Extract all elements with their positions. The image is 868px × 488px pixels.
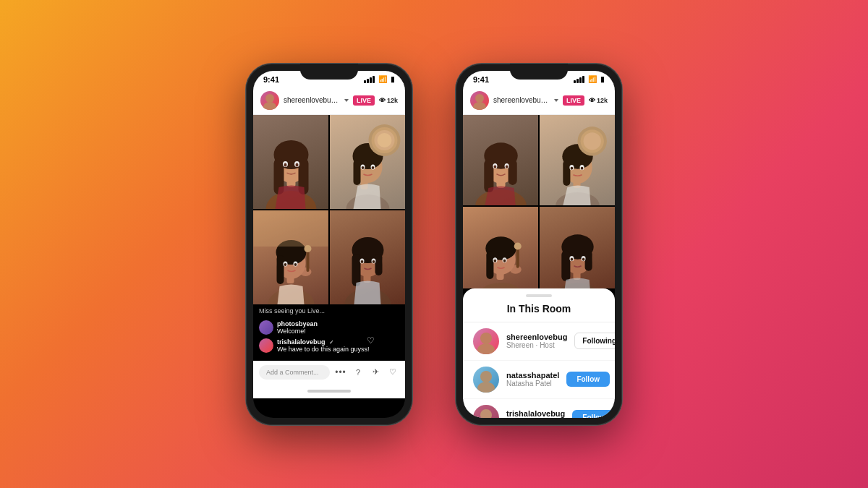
comment-row-1: photosbyean Welcome! [259, 320, 399, 335]
room-fullname-0: Shereen · Host [506, 341, 567, 349]
svg-rect-31 [307, 250, 310, 272]
comment-avatar-1 [259, 320, 273, 335]
wifi-icon-right: 📶 [588, 75, 597, 83]
battery-icon-right: ▮ [600, 75, 605, 83]
svg-point-97 [477, 382, 495, 393]
svg-rect-76 [486, 251, 493, 278]
svg-point-94 [480, 333, 492, 344]
comment-row-2: trishalalovebug ✓ We have to do this aga… [259, 338, 399, 353]
following-button-0[interactable]: Following [574, 333, 615, 349]
phone-screen-right: 9:41 📶 ▮ shereenlovebug, n... [463, 71, 615, 418]
right-phone: 9:41 📶 ▮ shereenlovebug, n... [456, 64, 622, 425]
chevron-down-icon-right [554, 99, 558, 102]
room-user-row-2: trishalalovebug Trishala Sikka Follow [463, 399, 615, 418]
in-this-room-sheet: In This Room shereenlovebug Shereen · Ho… [463, 288, 615, 418]
svg-point-24 [372, 166, 375, 169]
video-grid-right [463, 115, 615, 288]
home-indicator-left [253, 384, 405, 398]
comment-avatar-2 [259, 338, 273, 353]
svg-rect-88 [561, 250, 570, 281]
svg-rect-78 [516, 247, 519, 267]
live-header-right: shereenlovebug, n... LIVE 👁 12k [463, 87, 615, 115]
host-avatar-left [260, 91, 279, 110]
svg-point-82 [494, 259, 497, 262]
live-header-left: shereenlovebug, n... LIVE 👁 12k [253, 87, 405, 115]
svg-point-0 [265, 94, 274, 103]
question-icon[interactable]: ? [352, 366, 365, 379]
eye-icon: 👁 [379, 97, 386, 104]
svg-point-46 [361, 260, 364, 263]
room-username-2: trishalalovebug [506, 409, 565, 418]
svg-point-92 [571, 257, 574, 260]
viewer-count-right: 👁 12k [589, 97, 608, 104]
host-username-left: shereenlovebug, n... [284, 96, 340, 104]
video-grid-left [253, 115, 405, 304]
room-avatar-2 [473, 405, 499, 418]
miss-seeing-label: Miss seeing you Live... [253, 304, 405, 316]
svg-point-93 [582, 257, 585, 260]
svg-point-20 [378, 133, 392, 147]
svg-point-35 [284, 263, 287, 266]
live-badge-right[interactable]: LIVE [563, 95, 584, 106]
follow-button-1[interactable]: Follow [566, 372, 610, 387]
video-cell-1 [253, 115, 328, 209]
svg-rect-43 [375, 254, 383, 275]
svg-point-49 [473, 102, 486, 110]
video-cell-r4 [540, 207, 615, 288]
status-icons-right: 📶 ▮ [574, 75, 605, 83]
heart-action-icon[interactable]: ♡ [386, 366, 399, 379]
svg-rect-37 [254, 210, 328, 247]
svg-rect-16 [354, 160, 361, 185]
video-cell-3 [253, 210, 328, 304]
room-user-row-0: shereenlovebug Shereen · Host Following [463, 322, 615, 361]
svg-point-59 [506, 165, 509, 168]
sheet-handle [463, 288, 615, 300]
follow-button-2[interactable]: Follow [572, 410, 615, 418]
svg-point-96 [480, 371, 492, 382]
svg-point-83 [503, 259, 506, 262]
svg-point-23 [362, 166, 365, 169]
left-phone: 9:41 📶 ▮ shereenlovebug, n... [246, 64, 412, 425]
svg-point-36 [294, 263, 297, 266]
host-avatar-right [470, 91, 489, 110]
svg-point-47 [373, 260, 375, 263]
home-bar-left [307, 390, 351, 393]
svg-point-70 [571, 166, 574, 169]
comment-input[interactable]: Add a Comment... [259, 365, 330, 380]
video-cell-r3 [463, 207, 538, 288]
comments-section: photosbyean Welcome! trishalalovebug ✓ W… [253, 316, 405, 361]
status-icons-left: 📶 ▮ [364, 75, 395, 83]
svg-point-98 [480, 409, 492, 418]
sheet-title: In This Room [463, 300, 615, 322]
svg-point-71 [581, 166, 584, 169]
room-username-0: shereenlovebug [506, 333, 567, 341]
more-options-icon[interactable]: ••• [334, 366, 347, 379]
live-badge-left[interactable]: LIVE [353, 95, 375, 106]
heart-icon: ♡ [367, 335, 375, 346]
svg-point-48 [475, 94, 484, 103]
viewer-count-left: 👁 12k [379, 97, 398, 104]
room-fullname-1: Natasha Patel [506, 380, 559, 388]
room-user-info-1: natasshapatel Natasha Patel [506, 371, 559, 388]
chevron-down-icon [344, 99, 349, 102]
host-username-right: shereenlovebug, n... [493, 96, 550, 104]
comment-text-2: trishalalovebug ✓ We have to do this aga… [277, 338, 369, 353]
signal-icon-right [574, 76, 584, 83]
svg-point-79 [514, 242, 522, 249]
svg-point-10 [284, 163, 287, 166]
svg-point-67 [584, 132, 601, 150]
svg-rect-42 [352, 254, 361, 286]
svg-rect-64 [563, 160, 570, 185]
video-cell-2 [330, 115, 405, 209]
svg-point-58 [494, 165, 497, 168]
sheet-handle-bar [526, 294, 552, 297]
svg-point-1 [263, 102, 276, 110]
notch-right [510, 64, 568, 80]
send-icon[interactable]: ✈ [369, 366, 382, 379]
svg-point-95 [477, 343, 495, 354]
video-cell-4 [330, 210, 405, 304]
comment-bar[interactable]: Add a Comment... ••• ? ✈ ♡ [253, 361, 405, 384]
room-avatar-0 [473, 328, 499, 354]
svg-point-72 [477, 283, 524, 288]
time-right: 9:41 [473, 75, 489, 84]
